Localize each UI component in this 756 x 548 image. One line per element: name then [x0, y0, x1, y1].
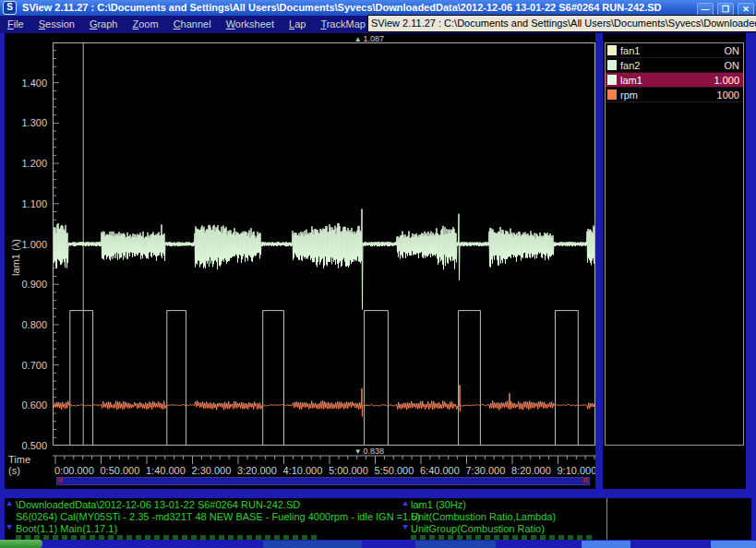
status-up-arrow-icon: [402, 501, 408, 506]
status-line: S6(0264) Cal(MY05STi - 2.35 -md321T 48 N…: [16, 511, 420, 523]
y-tick-label: 0.900: [5, 279, 47, 290]
time-scrollbar-thumb[interactable]: [56, 477, 590, 485]
minimize-button-icon[interactable]: —: [697, 3, 714, 16]
y-tick-label: 1.400: [5, 77, 47, 89]
menu-item-trackmap[interactable]: TrackMap: [313, 16, 373, 33]
channel-value: 1.000: [714, 75, 743, 86]
channel-color-swatch: [607, 89, 617, 100]
scrollbar-left-arrow-icon[interactable]: [58, 478, 63, 482]
restore-button-icon[interactable]: ❐: [717, 3, 734, 16]
channel-value: ON: [725, 60, 744, 71]
mouse-cursor-artifact: '': [395, 9, 398, 15]
plot-area[interactable]: [53, 42, 595, 446]
window-title: SView 2.11.27 : C:\Documents and Setting…: [22, 2, 661, 13]
y-tick-label: 1.000: [5, 239, 47, 250]
menu-item-graph[interactable]: Graph: [82, 16, 126, 33]
x-tick-label: 1:40.000: [146, 465, 186, 476]
channel-name: fan1: [620, 45, 725, 56]
x-tick-label: 0:00.000: [54, 465, 94, 476]
filename-tooltip: SView 2.11.27 : C:\Documents and Setting…: [367, 15, 756, 32]
status-bar: \DownloadedData\2012-12-06 13-01-22 S6#0…: [5, 498, 751, 540]
x-tick-label: 5:50.000: [375, 465, 414, 476]
channel-row-fan2[interactable]: fan2ON: [606, 58, 743, 73]
status-down-arrow-icon: [6, 525, 12, 530]
status-line: lam1 (30Hz): [411, 499, 556, 511]
y-tick-label: 0.800: [5, 319, 47, 330]
session-info: \DownloadedData\2012-12-06 13-01-22 S6#0…: [16, 499, 420, 535]
channel-row-lam1[interactable]: lam11.000: [606, 73, 743, 88]
menu-item-zoom[interactable]: Zoom: [125, 16, 165, 33]
x-tick-label: 0:50.000: [101, 465, 140, 476]
status-line: UnitGroup(Combustion Ratio): [411, 523, 556, 535]
x-tick-label: 5:00.000: [329, 465, 368, 476]
x-tick-label: 6:40.000: [420, 465, 460, 476]
channel-color-swatch: [607, 45, 617, 55]
menu-item-session[interactable]: Session: [31, 16, 82, 33]
status-up-arrow-icon: [6, 501, 12, 506]
y-tick-label: 1.300: [5, 117, 47, 128]
x-tick-label: 8:20.000: [511, 465, 551, 476]
x-tick-label: 4:10.000: [283, 465, 323, 476]
menu-item-file[interactable]: File: [0, 16, 31, 33]
y-tick-label: 1.100: [5, 198, 47, 209]
y-tick-label: 0.700: [5, 360, 47, 371]
taskbar-tray[interactable]: [711, 541, 756, 548]
x-tick-label: 7:30.000: [466, 465, 506, 476]
menu-item-channel[interactable]: Channel: [166, 16, 219, 33]
taskbar-button[interactable]: [263, 541, 362, 548]
channel-list: fan1ONfan2ONlam11.000rpm1000: [605, 42, 744, 446]
channel-value: 1000: [717, 89, 743, 101]
y-tick-label: 1.200: [5, 158, 47, 169]
menu-item-worksheet[interactable]: Worksheet: [219, 16, 282, 33]
start-button[interactable]: [0, 540, 42, 548]
y-tick-label: 0.500: [5, 440, 47, 451]
channel-name: lam1: [620, 75, 714, 86]
x-tick-label: 9:10.000: [558, 465, 596, 476]
status-divider: [606, 498, 607, 540]
status-line: Boot(1.1) Main(1.17.1): [16, 523, 420, 535]
menu-item-lap[interactable]: Lap: [282, 16, 313, 33]
status-line: Unit(Combustion Ratio,Lambda): [411, 511, 556, 523]
channel-row-rpm[interactable]: rpm1000: [606, 88, 743, 102]
channel-name: fan2: [620, 60, 725, 71]
title-bar[interactable]: S SView 2.11.27 : C:\Documents and Setti…: [0, 0, 756, 16]
channel-info: lam1 (30Hz)Unit(Combustion Ratio,Lambda)…: [411, 499, 556, 535]
channel-name: rpm: [620, 89, 717, 101]
channel-row-fan1[interactable]: fan1ON: [606, 43, 743, 58]
channel-color-swatch: [607, 75, 617, 85]
x-tick-label: 3:20.000: [237, 465, 277, 476]
taskbar-button[interactable]: [582, 541, 630, 548]
time-axis-title: Time (s): [8, 454, 30, 476]
status-line: \DownloadedData\2012-12-06 13-01-22 S6#0…: [16, 499, 420, 511]
channel-value: ON: [725, 45, 744, 56]
channel-color-swatch: [607, 60, 617, 70]
x-tick-label: 2:30.000: [192, 465, 232, 476]
app-icon: S: [3, 1, 17, 15]
close-button-icon[interactable]: ✕: [738, 3, 754, 16]
scrollbar-right-arrow-icon[interactable]: [583, 478, 588, 482]
status-down-arrow-icon: [402, 525, 408, 530]
y-tick-label: 0.600: [5, 399, 47, 411]
plot-panel: lam1 (λ) 1.4001.3001.2001.1001.0000.9000…: [5, 33, 595, 489]
time-scrollbar[interactable]: [53, 476, 594, 486]
taskbar-button[interactable]: [415, 541, 496, 548]
sview-window: S SView 2.11.27 : C:\Documents and Setti…: [0, 0, 756, 548]
windows-taskbar[interactable]: [0, 540, 756, 548]
